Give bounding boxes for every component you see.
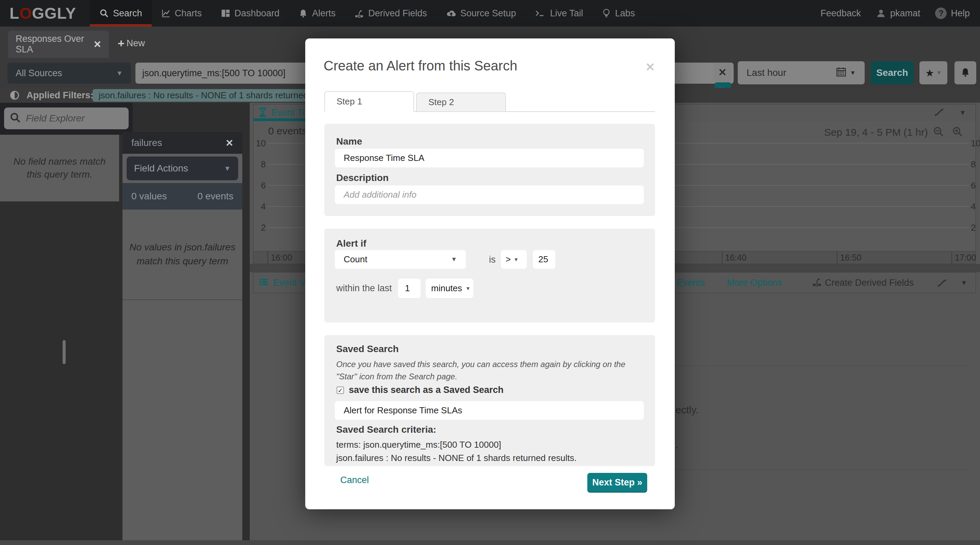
tab-step-1[interactable]: Step 1 [324, 91, 414, 112]
chevron-down-icon: ▼ [451, 256, 457, 263]
zoom-out-icon[interactable] [933, 126, 944, 139]
threshold-input[interactable]: 25 [533, 250, 555, 269]
nav-item-labs[interactable]: Labs [592, 0, 644, 27]
loggly-logo[interactable]: LOGGLY [0, 0, 90, 27]
x-axis-tick: 16:50 [837, 251, 862, 264]
divider [646, 469, 970, 470]
tab-close-icon[interactable]: ✕ [94, 39, 102, 50]
hourglass-icon [258, 107, 267, 119]
toolbar-more-options[interactable]: More Options▼ [727, 278, 788, 288]
divider [646, 365, 970, 366]
clear-search-button[interactable]: ✕ [714, 63, 731, 81]
is-label: is [489, 254, 496, 265]
nav-label: Search [113, 8, 142, 19]
y-axis-label: 2 [254, 222, 266, 233]
logo-text: L [10, 4, 19, 22]
expand-icon[interactable] [934, 107, 944, 119]
within-value-input[interactable]: 1 [398, 279, 421, 298]
saved-search-note: Once you have saved this search, you can… [336, 358, 644, 383]
cancel-button[interactable]: Cancel [340, 475, 369, 485]
x-axis-tick: 17:00 [951, 251, 976, 264]
checkmark-icon: ✓ [337, 387, 343, 394]
nav-item-charts[interactable]: Charts [152, 0, 212, 27]
chevron-down-icon[interactable]: ▼ [961, 279, 967, 287]
feedback-label: Feedback [821, 8, 861, 19]
modal-title: Create an Alert from this Search [324, 58, 517, 73]
feedback-link[interactable]: Feedback [821, 8, 861, 19]
saved-search-name-value: Alert for Response Time SLAs [344, 405, 462, 416]
nav-label: Alerts [312, 8, 336, 19]
saved-searches-button[interactable]: ★ ▼ [920, 61, 947, 84]
hidden-message-fragment: ectly. [675, 404, 698, 416]
new-tab-button[interactable]: + New [118, 37, 145, 50]
nav-item-search[interactable]: Search [90, 0, 152, 27]
nav-item-dashboard[interactable]: Dashboard [211, 0, 289, 27]
nav-label: Dashboard [234, 8, 279, 19]
source-selector[interactable]: All Sources ▼ [8, 63, 131, 84]
expand-icon[interactable] [937, 278, 947, 289]
tab-responses-over-sla[interactable]: Responses Over SLA ✕ [8, 31, 109, 58]
description-label: Description [336, 173, 388, 183]
tab-step-2[interactable]: Step 2 [416, 92, 506, 112]
chevron-down-icon[interactable]: ▼ [959, 109, 966, 117]
field-actions-dropdown[interactable]: Field Actions ▼ [127, 156, 238, 180]
calendar-icon [836, 67, 846, 79]
next-step-button[interactable]: Next Step » [587, 473, 647, 492]
bell-icon [298, 8, 308, 18]
close-icon[interactable]: ✕ [226, 137, 234, 149]
events-count: 0 events [197, 191, 234, 202]
field-explorer-search-input[interactable]: Field Explorer [4, 108, 129, 129]
nav-label: Labs [615, 8, 635, 19]
alert-name-value: Response Time SLA [344, 153, 424, 163]
dashboard-icon [221, 8, 231, 18]
time-range-picker[interactable]: Last hour ▼ [738, 61, 865, 84]
hidden-message-fragment: . [675, 439, 678, 450]
horizontal-scrollbar-track[interactable] [0, 540, 980, 545]
y-axis-label: 10 [254, 138, 266, 149]
help-menu[interactable]: ? Help [935, 8, 970, 19]
chart-range-label: Sep 19, 4 - 5 PM (1 hr) [824, 127, 928, 138]
search-button[interactable]: Search [871, 61, 914, 84]
nav-item-source-setup[interactable]: Source Setup [437, 0, 526, 27]
alerts-bell-button[interactable] [955, 61, 976, 84]
alert-name-input[interactable]: Response Time SLA [335, 149, 644, 167]
saved-search-criteria-label: Saved Search criteria: [336, 424, 436, 435]
y-axis-label: 6 [254, 180, 266, 191]
logo-o: O [19, 4, 32, 22]
y-axis-label: 4 [254, 202, 266, 212]
alert-description-input[interactable]: Add additional info [335, 186, 644, 204]
saved-search-name-input[interactable]: Alert for Response Time SLAs [335, 401, 644, 420]
y-axis-label-right: 8 [971, 159, 975, 170]
toolbar-events-link[interactable]: Events [677, 278, 705, 288]
modal-close-icon[interactable]: ✕ [646, 60, 655, 74]
saved-search-section: Saved Search Once you have saved this se… [324, 335, 655, 466]
create-alert-modal: Create an Alert from this Search ✕ Step … [305, 38, 675, 509]
saved-search-header: Saved Search [336, 343, 399, 354]
operator-dropdown[interactable]: > ▼ [501, 250, 527, 269]
time-unit-dropdown[interactable]: minutes ▼ [426, 279, 473, 298]
nav-item-derived-fields[interactable]: Derived Fields [345, 0, 437, 27]
nav-item-alerts[interactable]: Alerts [289, 0, 345, 27]
metric-dropdown[interactable]: Count ▼ [335, 250, 466, 269]
chevron-down-icon: ▼ [514, 256, 519, 262]
nav-label: Source Setup [460, 8, 516, 19]
nav-item-live-tail[interactable]: Live Tail [525, 0, 592, 27]
time-unit-value: minutes [431, 283, 462, 294]
lightbulb-icon [602, 8, 611, 18]
chart-events-count: 0 events [268, 125, 307, 137]
filter-toggle-icon[interactable] [10, 91, 19, 100]
zoom-in-icon[interactable] [952, 126, 963, 139]
saved-search-criteria: terms: json.querytime_ms:[500 TO 10000] … [336, 438, 577, 465]
new-tab-label: New [127, 38, 145, 49]
sidebar-scrollbar-thumb[interactable] [63, 340, 66, 364]
toolbar-create-derived-fields[interactable]: Create Derived Fields [812, 276, 914, 289]
nav-label: Charts [175, 8, 202, 19]
applied-filters-label: Applied Filters: [27, 90, 94, 101]
field-explorer-panel: Field Explorer [0, 103, 133, 135]
no-fields-message: No field names match this query term. [0, 135, 119, 202]
save-search-checkbox[interactable]: ✓ [337, 386, 344, 394]
step-1-label: Step 1 [337, 96, 362, 107]
bell-icon [960, 67, 970, 79]
user-menu[interactable]: pkamat [876, 8, 920, 19]
next-step-label: Next Step » [592, 477, 642, 488]
